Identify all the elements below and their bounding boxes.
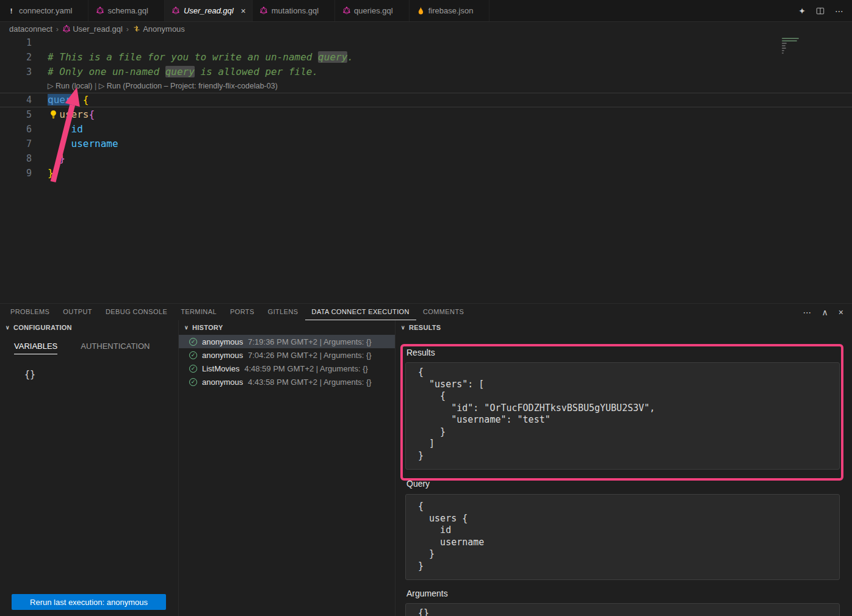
code-token: {: [83, 94, 89, 106]
tab-mutations-gql[interactable]: mutations.gql: [253, 0, 335, 21]
code-token: {: [88, 109, 95, 120]
tab-user-read-gql[interactable]: User_read.gql×: [165, 0, 253, 21]
results-json: { "users": [ { "id": "OrTucFODZHTksvBSBU…: [418, 367, 839, 462]
code-line-7: 7 username: [0, 137, 852, 151]
code-token: id: [71, 123, 83, 135]
panel-tab-terminal[interactable]: TERMINAL: [174, 304, 223, 320]
tab-label: connector.yaml: [19, 6, 72, 15]
arguments-text: {}: [418, 607, 839, 616]
code-token: [48, 138, 71, 149]
code-line-5: 5 users{: [0, 107, 852, 122]
success-check-icon: ✓: [189, 351, 197, 359]
configuration-tabs: VARIABLES AUTHENTICATION: [14, 342, 178, 354]
tab-variables[interactable]: VARIABLES: [14, 342, 57, 354]
minimap[interactable]: [782, 38, 806, 54]
breadcrumb-item-anonymous[interactable]: Anonymous: [132, 24, 185, 34]
graphql-icon: [96, 7, 104, 15]
panel-tab-ports[interactable]: PORTS: [223, 304, 261, 320]
panel-close-icon[interactable]: ×: [839, 307, 843, 317]
code-token: # Only one un-named: [48, 66, 165, 77]
codelens: ▷ Run (local) | ▷ Run (Production – Proj…: [0, 79, 852, 93]
results-title: RESULTS: [409, 324, 441, 331]
bottom-panel: PROBLEMSOUTPUTDEBUG CONSOLETERMINALPORTS…: [0, 303, 852, 616]
history-details: 7:19:36 PM GMT+2 | Arguments: {}: [248, 337, 371, 346]
panel-body: ∨ CONFIGURATION VARIABLES AUTHENTICATION…: [0, 320, 852, 616]
tab-authentication[interactable]: AUTHENTICATION: [81, 342, 150, 354]
panel-actions: ⋯ ∧ ×: [803, 304, 852, 320]
arguments-label: Arguments: [406, 589, 448, 598]
panel-tab-debug-console[interactable]: DEBUG CONSOLE: [99, 304, 174, 320]
breadcrumb-item-user-read-gql[interactable]: User_read.gql: [62, 24, 123, 34]
editor-tab-bar: !connector.yamlschema.gqlUser_read.gql×m…: [0, 0, 852, 22]
tab-schema-gql[interactable]: schema.gql: [88, 0, 164, 21]
history-header[interactable]: ∨ HISTORY: [179, 320, 395, 335]
close-tab-icon[interactable]: ×: [241, 6, 246, 16]
code-token: is allowed per file.: [195, 66, 318, 77]
code-token: users: [59, 109, 88, 120]
panel-tab-output[interactable]: OUTPUT: [56, 304, 99, 320]
codelens-separator: |: [93, 79, 99, 93]
tab-connector-yaml[interactable]: !connector.yaml: [0, 0, 88, 21]
code-line-1: 1: [0, 35, 852, 50]
query-text: { users { id username } }: [418, 501, 839, 572]
breadcrumb-item-dataconnect[interactable]: dataconnect: [9, 24, 52, 34]
success-check-icon: ✓: [189, 365, 197, 373]
tab-firebase-json[interactable]: firebase.json: [410, 0, 490, 21]
panel-maximize-icon[interactable]: ∧: [822, 307, 828, 317]
results-label: Results: [406, 348, 435, 357]
history-item[interactable]: ✓anonymous7:04:26 PM GMT+2 | Arguments: …: [179, 348, 395, 362]
code-token: }: [48, 167, 54, 179]
line-number: 4: [0, 93, 32, 107]
panel-tab-problems[interactable]: PROBLEMS: [4, 304, 56, 320]
configuration-header[interactable]: ∨ CONFIGURATION: [0, 320, 178, 335]
minimap-line: [782, 52, 784, 54]
code-token: .: [347, 51, 353, 63]
editor-actions: ✦ ⋯: [798, 0, 852, 21]
graphql-icon: [62, 25, 70, 33]
history-section: ∨ HISTORY ✓anonymous7:19:36 PM GMT+2 | A…: [179, 320, 395, 616]
tab-label: firebase.json: [428, 6, 474, 15]
line-number: 3: [0, 65, 32, 79]
more-actions-icon[interactable]: ⋯: [835, 6, 843, 16]
code-text: # Only one un-named query is allowed per…: [48, 65, 318, 79]
yaml-icon: !: [7, 7, 15, 15]
panel-tab-gitlens[interactable]: GITLENS: [261, 304, 305, 320]
code-text: # This is a file for you to write an un-…: [48, 50, 353, 65]
code-editor[interactable]: 12# This is a file for you to write an u…: [0, 35, 852, 303]
tab-label: queries.gql: [354, 6, 393, 15]
history-details: 4:48:59 PM GMT+2 | Arguments: {}: [244, 364, 367, 373]
codelens-link[interactable]: ▷ Run (Production – Project: friendly-fl…: [99, 79, 278, 93]
history-item[interactable]: ✓ListMovies4:48:59 PM GMT+2 | Arguments:…: [179, 362, 395, 375]
minimap-line: [782, 40, 797, 41]
panel-more-icon[interactable]: ⋯: [803, 307, 812, 317]
code-token: [48, 152, 59, 164]
firebase-icon: [417, 7, 425, 15]
minimap-line: [782, 38, 799, 39]
code-line-2: 2# This is a file for you to write an un…: [0, 50, 852, 65]
copilot-sparkle-icon[interactable]: ✦: [798, 6, 806, 16]
success-check-icon: ✓: [189, 378, 197, 386]
line-number: 6: [0, 122, 32, 137]
vscode-window: !connector.yamlschema.gqlUser_read.gql×m…: [0, 0, 852, 616]
results-output-box: { "users": [ { "id": "OrTucFODZHTksvBSBU…: [405, 362, 840, 470]
tab-label: schema.gql: [107, 6, 148, 15]
code-line-6: 6 id: [0, 122, 852, 137]
codelens-link[interactable]: ▷ Run (local): [48, 79, 93, 93]
split-editor-icon[interactable]: [816, 7, 825, 15]
history-item[interactable]: ✓anonymous7:19:36 PM GMT+2 | Arguments: …: [179, 335, 395, 348]
code-token: username: [71, 138, 118, 149]
minimap-line: [782, 45, 785, 46]
results-header[interactable]: ∨ RESULTS: [395, 320, 852, 335]
panel-tab-data-connect-execution[interactable]: DATA CONNECT EXECUTION: [305, 304, 416, 320]
history-item[interactable]: ✓anonymous4:43:58 PM GMT+2 | Arguments: …: [179, 375, 395, 389]
breadcrumb-separator: ›: [56, 24, 59, 34]
tab-queries-gql[interactable]: queries.gql: [335, 0, 410, 21]
code-text: }: [48, 151, 65, 166]
rerun-button[interactable]: Rerun last execution: anonymous: [12, 594, 166, 610]
lightbulb-icon[interactable]: [49, 110, 57, 121]
history-operation-name: anonymous: [202, 351, 243, 360]
code-token: # This is a file for you to write an un-…: [48, 51, 318, 63]
variables-value[interactable]: {}: [24, 369, 178, 380]
query-label: Query: [406, 479, 430, 489]
panel-tab-comments[interactable]: COMMENTS: [416, 304, 471, 320]
